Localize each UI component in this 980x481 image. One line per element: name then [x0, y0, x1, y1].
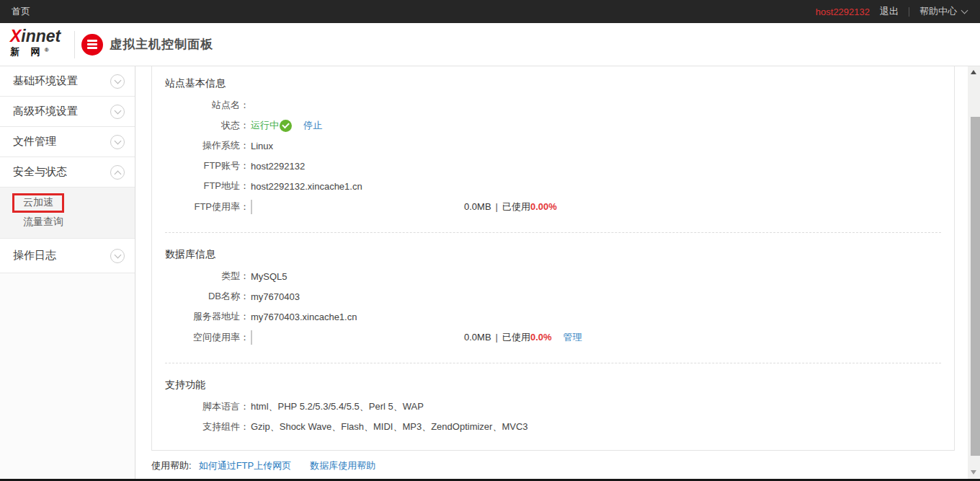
row-os: 操作系统： Linux: [165, 136, 954, 156]
db-type-value: MySQL5: [251, 271, 288, 282]
topbar-right: host2292132 退出 帮助中心: [816, 5, 967, 18]
ftp-address-value: host2292132.xincache1.cn: [251, 181, 362, 192]
app-header: Xinnet 新 网® 虚拟主机控制面板: [0, 23, 980, 66]
row-ftp-usage: FTP使用率： 0.0MB|已使用0.00%: [165, 196, 954, 218]
logo-chinese: 新 网®: [10, 47, 61, 56]
row-components: 支持组件： Gzip、Shock Wave、Flash、MIDI、MP3、Zen…: [165, 417, 954, 437]
logo-cn-text: 新 网: [10, 46, 45, 57]
db-used-percent: 0.0%: [530, 332, 552, 343]
scroll-down-arrow-icon[interactable]: [968, 466, 980, 477]
row-label: FTP账号：: [165, 159, 249, 172]
header-divider: [74, 31, 75, 58]
sidebar-item-file-management[interactable]: 文件管理: [0, 127, 135, 157]
scroll-up-arrow-icon[interactable]: [968, 66, 980, 78]
help-links-row: 使用帮助: 如何通过FTP上传网页 数据库使用帮助: [151, 459, 968, 472]
row-script-languages: 脚本语言： html、PHP 5.2/5.3/5.4/5.5、Perl 5、WA…: [165, 397, 954, 417]
db-manage-link[interactable]: 管理: [564, 331, 582, 344]
registered-mark: ®: [45, 47, 49, 53]
db-usage-progress-bar: [251, 330, 252, 345]
status-running-text: 运行中: [251, 119, 279, 132]
section-title-site-info: 站点基本信息: [165, 75, 954, 91]
ftp-used-label: 已使用: [502, 201, 530, 212]
xinnet-logo[interactable]: Xinnet 新 网®: [10, 28, 61, 56]
logout-link[interactable]: 退出: [880, 5, 899, 18]
db-name-value: my7670403: [251, 291, 300, 302]
row-label: 操作系统：: [165, 139, 249, 152]
sidebar: 基础环境设置 高级环境设置 文件管理 安全与状态 云加速 流量查询: [0, 66, 135, 479]
logo-latin: Xinnet: [10, 28, 61, 45]
sidebar-subitem-cloud-acceleration[interactable]: 云加速: [0, 193, 135, 213]
sidebar-item-advanced-env[interactable]: 高级环境设置: [0, 97, 135, 127]
topbar: 首页 host2292132 退出 帮助中心: [0, 0, 980, 23]
row-label: 脚本语言：: [165, 400, 249, 413]
row-db-type: 类型： MySQL5: [165, 266, 954, 286]
chevron-up-icon: [110, 165, 125, 180]
row-label: 空间使用率：: [165, 331, 249, 344]
chevron-down-icon: [110, 74, 125, 89]
sidebar-filler: [0, 273, 135, 479]
sidebar-item-security-status[interactable]: 安全与状态: [0, 157, 135, 187]
username-link[interactable]: host2292132: [816, 6, 870, 17]
script-languages-value: html、PHP 5.2/5.3/5.4/5.5、Perl 5、WAP: [251, 400, 424, 413]
row-ftp-address: FTP地址： host2292132.xincache1.cn: [165, 176, 954, 196]
sidebar-item-label: 基础环境设置: [13, 74, 110, 88]
sidebar-subitem-label: 流量查询: [23, 216, 63, 229]
cloud-acceleration-highlight-box[interactable]: 云加速: [12, 193, 64, 213]
sidebar-submenu: 云加速 流量查询: [0, 187, 135, 239]
stop-site-link[interactable]: 停止: [303, 119, 322, 132]
db-usage-text: 0.0MB|已使用0.0%: [464, 331, 552, 344]
status-running-check-icon: [280, 120, 292, 132]
db-usage-amount: 0.0MB: [464, 332, 491, 343]
row-db-server: 服务器地址： my7670403.xincache1.cn: [165, 306, 954, 327]
row-db-usage: 空间使用率： 0.0MB|已使用0.0% 管理: [165, 327, 954, 348]
row-label: DB名称：: [165, 290, 249, 303]
sidebar-item-label: 安全与状态: [13, 165, 110, 179]
os-value: Linux: [251, 141, 273, 151]
chevron-down-icon: [961, 6, 968, 14]
ftp-used-percent: 0.00%: [530, 201, 557, 212]
row-label: 支持组件：: [165, 420, 249, 433]
chevron-down-icon: [110, 105, 125, 119]
sidebar-item-operation-log[interactable]: 操作日志: [0, 239, 135, 273]
db-used-label: 已使用: [502, 332, 530, 343]
row-label: FTP使用率：: [165, 200, 249, 213]
row-db-name: DB名称： my7670403: [165, 286, 954, 306]
logo-rest: innet: [21, 27, 61, 45]
ftp-upload-help-link[interactable]: 如何通过FTP上传网页: [199, 459, 292, 472]
row-label: 状态：: [165, 119, 249, 132]
chevron-down-icon: [110, 249, 125, 263]
sidebar-item-label: 文件管理: [13, 135, 110, 149]
logo-x: X: [10, 27, 21, 45]
row-label: 类型：: [165, 270, 249, 283]
main-content: 站点基本信息 站点名： 状态： 运行中 停止 操作系统： Linux: [135, 66, 968, 479]
help-prefix: 使用帮助:: [151, 459, 192, 472]
section-divider: [165, 363, 941, 363]
sidebar-item-label: 操作日志: [13, 249, 110, 262]
page-body: 基础环境设置 高级环境设置 文件管理 安全与状态 云加速 流量查询: [0, 66, 980, 479]
home-link[interactable]: 首页: [12, 5, 30, 18]
sidebar-item-label: 高级环境设置: [13, 105, 110, 118]
ftp-usage-amount: 0.0MB: [464, 201, 491, 212]
sidebar-item-basic-env[interactable]: 基础环境设置: [0, 66, 135, 97]
section-divider: [165, 232, 941, 233]
row-site-name: 站点名：: [165, 95, 954, 115]
db-server-value: my7670403.xincache1.cn: [251, 312, 357, 322]
vertical-scrollbar[interactable]: [968, 66, 980, 479]
host-info-card: 站点基本信息 站点名： 状态： 运行中 停止 操作系统： Linux: [151, 66, 955, 451]
scrollbar-thumb[interactable]: [971, 117, 980, 456]
components-value: Gzip、Shock Wave、Flash、MIDI、MP3、ZendOptim…: [251, 420, 528, 433]
usage-separator: |: [496, 201, 498, 212]
ftp-account-value: host2292132: [251, 161, 305, 172]
db-usage-help-link[interactable]: 数据库使用帮助: [310, 459, 375, 472]
virtual-host-control-panel: 首页 host2292132 退出 帮助中心 Xinnet 新 网® 虚拟主机控…: [0, 0, 980, 481]
help-center-menu[interactable]: 帮助中心: [919, 5, 967, 18]
control-panel-list-icon: [81, 34, 103, 56]
section-title-db-info: 数据库信息: [165, 246, 954, 262]
usage-separator: |: [496, 332, 498, 343]
topbar-divider: [909, 7, 909, 17]
help-center-label: 帮助中心: [919, 5, 957, 18]
page-title: 虚拟主机控制面板: [110, 23, 213, 66]
row-label: FTP地址：: [165, 180, 249, 193]
chevron-down-icon: [110, 135, 125, 149]
sidebar-subitem-traffic-query[interactable]: 流量查询: [0, 213, 135, 231]
